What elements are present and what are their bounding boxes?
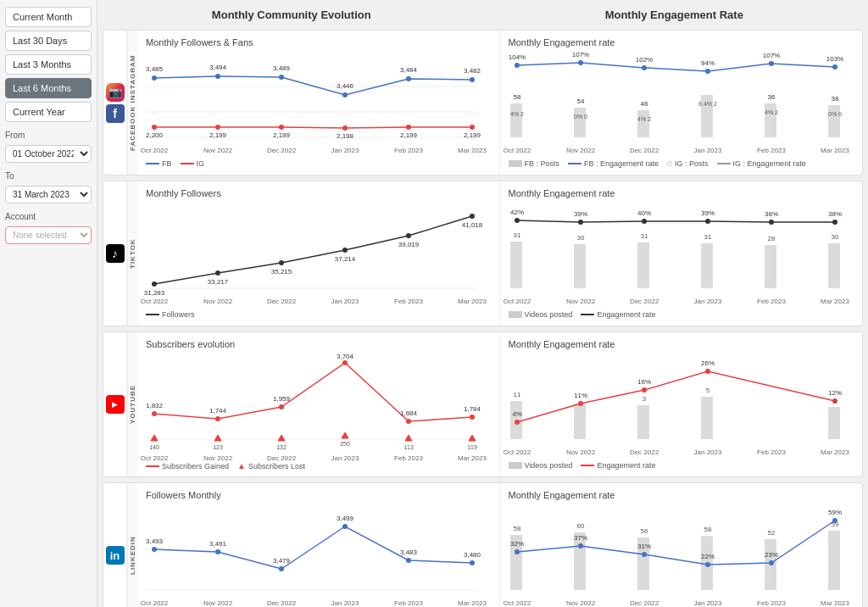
facebook-icon: f xyxy=(106,104,125,123)
svg-text:2,200: 2,200 xyxy=(146,131,164,139)
section-headers: Monthly Community Evolution Monthly Enga… xyxy=(103,5,863,25)
linkedin-followers-panel: Followers Monthly 3,493 3,491 3,479 3,49… xyxy=(137,483,500,607)
svg-point-15 xyxy=(152,125,157,130)
svg-text:1,832: 1,832 xyxy=(146,402,164,409)
svg-text:31: 31 xyxy=(704,233,711,241)
fbig-followers-panel: Monthly Followers & Fans xyxy=(137,31,500,175)
svg-text:1,784: 1,784 xyxy=(464,405,481,413)
svg-point-3 xyxy=(152,75,157,81)
svg-text:Feb 2023: Feb 2023 xyxy=(757,599,786,607)
svg-text:4% 2: 4% 2 xyxy=(510,111,524,117)
tiktok-left-title: Monthly Followers xyxy=(146,188,491,198)
svg-text:Dec 2022: Dec 2022 xyxy=(629,147,659,154)
youtube-engagement-chart: 4% 11% 16% 26% 12% 11 3 5 1 Oct 2022 Nov… xyxy=(509,354,839,456)
fbig-engagement-panel: Monthly Engagement rate xyxy=(500,31,863,175)
main-content: Monthly Community Evolution Monthly Enga… xyxy=(97,0,868,607)
svg-text:3,494: 3,494 xyxy=(209,64,227,71)
youtube-right-title: Monthly Engagement rate xyxy=(509,339,854,349)
svg-text:1,744: 1,744 xyxy=(209,407,227,415)
svg-text:31%: 31% xyxy=(637,543,650,550)
fbig-followers-chart: 3,485 3,494 3,489 3,446 3,484 3,482 2,20… xyxy=(146,53,476,154)
svg-point-44 xyxy=(832,64,837,70)
svg-text:Feb 2023: Feb 2023 xyxy=(757,298,786,305)
svg-text:0% 0: 0% 0 xyxy=(828,111,842,117)
last-3-months-btn[interactable]: Last 3 Months xyxy=(5,54,92,75)
svg-rect-37 xyxy=(765,103,776,137)
svg-text:Nov 2022: Nov 2022 xyxy=(203,147,233,154)
svg-text:113: 113 xyxy=(403,444,414,450)
youtube-charts: Subscribers evolution 1,832 1,744 1,959 … xyxy=(137,332,862,476)
svg-text:Mar 2023: Mar 2023 xyxy=(821,298,849,305)
tiktok-right-title: Monthly Engagement rate xyxy=(509,188,854,198)
svg-text:Oct 2022: Oct 2022 xyxy=(503,298,531,305)
svg-point-5 xyxy=(279,75,284,80)
svg-point-95 xyxy=(642,219,647,224)
svg-text:2,199: 2,199 xyxy=(273,131,291,139)
svg-text:Feb 2023: Feb 2023 xyxy=(394,454,423,462)
svg-text:3: 3 xyxy=(642,395,646,403)
to-date-select[interactable]: 31 March 2023 xyxy=(5,186,92,203)
current-month-btn[interactable]: Current Month xyxy=(5,7,92,27)
last-30-days-btn[interactable]: Last 30 Days xyxy=(5,31,92,51)
linkedin-left-title: Followers Monthly xyxy=(146,490,491,500)
svg-text:3,484: 3,484 xyxy=(400,66,418,74)
svg-text:Dec 2022: Dec 2022 xyxy=(629,298,659,305)
svg-text:3,482: 3,482 xyxy=(464,67,481,75)
svg-point-179 xyxy=(470,560,475,565)
svg-text:Mar 2023: Mar 2023 xyxy=(458,454,487,462)
svg-text:Nov 2022: Nov 2022 xyxy=(203,298,233,305)
tiktok-followers-chart: 31,283 33,217 35,215 37,214 39,019 41,01… xyxy=(146,203,476,305)
tiktok-engagement-panel: Monthly Engagement rate xyxy=(500,181,863,326)
svg-text:46: 46 xyxy=(640,100,648,108)
from-date-select[interactable]: 01 October 2022 xyxy=(5,145,92,163)
svg-text:42%: 42% xyxy=(509,209,523,216)
svg-point-202 xyxy=(769,560,774,565)
svg-text:Nov 2022: Nov 2022 xyxy=(565,298,595,305)
svg-text:Oct 2022: Oct 2022 xyxy=(141,147,169,154)
svg-text:2,199: 2,199 xyxy=(400,131,418,139)
fbig-charts: Monthly Followers & Fans xyxy=(137,31,862,175)
svg-text:Nov 2022: Nov 2022 xyxy=(203,599,233,607)
svg-text:23%: 23% xyxy=(764,551,777,559)
linkedin-charts: Followers Monthly 3,493 3,491 3,479 3,49… xyxy=(137,483,862,607)
svg-rect-34 xyxy=(574,108,586,137)
svg-text:Feb 2023: Feb 2023 xyxy=(394,599,423,607)
svg-text:4% 2: 4% 2 xyxy=(765,109,778,115)
account-select[interactable]: None selected xyxy=(5,226,92,244)
svg-text:Mar 2023: Mar 2023 xyxy=(821,147,849,154)
fbig-left-legend: FB IG xyxy=(146,159,491,168)
svg-rect-87 xyxy=(510,242,522,288)
tiktok-row: ♪ TIKTOK Monthly Followers 31,283 33,217 xyxy=(103,181,863,326)
svg-rect-91 xyxy=(765,245,776,288)
svg-text:58: 58 xyxy=(513,525,520,532)
svg-text:3,704: 3,704 xyxy=(337,353,354,360)
svg-text:Jan 2023: Jan 2023 xyxy=(331,147,359,154)
svg-text:3,480: 3,480 xyxy=(464,551,481,559)
svg-marker-133 xyxy=(342,432,348,438)
svg-rect-151 xyxy=(701,397,713,439)
svg-text:40%: 40% xyxy=(637,209,650,217)
svg-text:Mar 2023: Mar 2023 xyxy=(458,298,487,305)
svg-point-19 xyxy=(406,125,411,130)
svg-marker-134 xyxy=(405,435,412,441)
svg-point-70 xyxy=(215,270,220,276)
svg-text:119: 119 xyxy=(467,444,477,450)
svg-rect-35 xyxy=(637,110,649,137)
svg-point-94 xyxy=(578,220,583,225)
last-6-months-btn[interactable]: Last 6 Months xyxy=(5,78,92,98)
current-year-btn[interactable]: Current Year xyxy=(5,102,92,122)
svg-marker-130 xyxy=(151,435,158,441)
svg-text:12%: 12% xyxy=(827,389,841,397)
svg-marker-132 xyxy=(278,435,285,441)
svg-text:Jan 2023: Jan 2023 xyxy=(693,599,721,607)
svg-point-118 xyxy=(152,411,157,416)
svg-text:Feb 2023: Feb 2023 xyxy=(394,147,423,154)
svg-text:Nov 2022: Nov 2022 xyxy=(565,147,595,154)
svg-point-155 xyxy=(642,387,647,393)
svg-point-122 xyxy=(406,419,411,424)
svg-point-198 xyxy=(515,549,520,554)
svg-point-6 xyxy=(342,92,348,97)
svg-text:1: 1 xyxy=(832,397,837,404)
svg-rect-152 xyxy=(828,407,840,439)
svg-text:41,018: 41,018 xyxy=(462,221,483,229)
